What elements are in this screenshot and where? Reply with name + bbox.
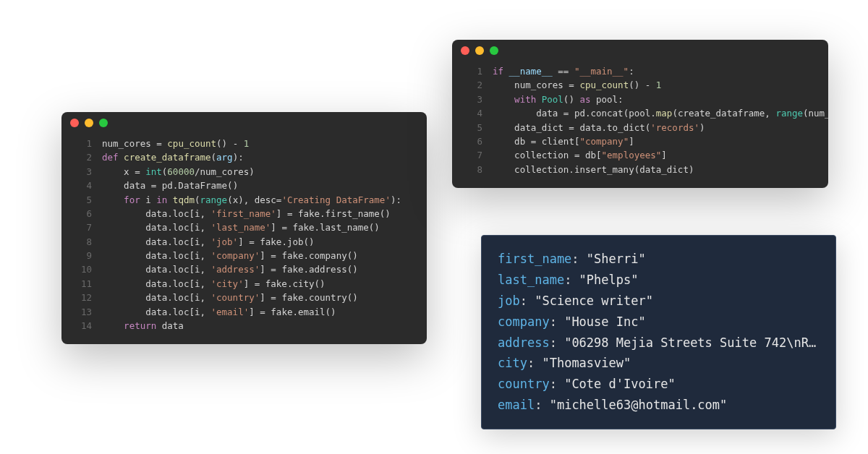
code-line: 3 with Pool() as pool: [464, 93, 817, 106]
line-number: 8 [464, 163, 482, 176]
code-body-left: 1num_cores = cpu_count() - 12def create_… [61, 134, 427, 344]
line-number: 5 [464, 121, 482, 134]
code-content: if __name__ == "__main__": [493, 64, 634, 78]
code-line: 8 collection.insert_many(data_dict) [464, 163, 817, 176]
line-number: 10 [73, 262, 92, 276]
line-number: 3 [73, 165, 92, 179]
record-row: country: "Cote d'Ivoire" [498, 374, 820, 395]
code-line: 8 data.loc[i, 'job'] = fake.job() [73, 235, 415, 249]
line-number: 4 [73, 179, 92, 192]
code-content: data.loc[i, 'address'] = fake.address() [102, 262, 358, 276]
record-row: email: "michelle63@hotmail.com" [498, 395, 820, 416]
traffic-light-close-icon [461, 46, 469, 55]
line-number: 7 [464, 148, 482, 162]
record-key: country [498, 377, 550, 391]
line-number: 2 [73, 150, 92, 164]
record-key: first_name [498, 252, 571, 266]
code-content: data = pd.DataFrame() [102, 179, 238, 192]
traffic-light-close-icon [70, 119, 79, 127]
code-line: 13 data.loc[i, 'email'] = fake.email() [73, 305, 415, 319]
code-content: x = int(60000/num_cores) [102, 165, 255, 179]
traffic-light-minimize-icon [85, 119, 93, 127]
record-key: job [498, 294, 520, 308]
code-line: 1if __name__ == "__main__": [464, 64, 817, 78]
code-line: 10 data.loc[i, 'address'] = fake.address… [73, 262, 415, 276]
line-number: 1 [73, 137, 92, 150]
code-line: 5 for i in tqdm(range(x), desc='Creating… [73, 193, 415, 207]
code-line: 7 collection = db["employees"] [464, 148, 817, 162]
code-body-right: 1if __name__ == "__main__":2 num_cores =… [452, 61, 828, 188]
code-line: 7 data.loc[i, 'last_name'] = fake.last_n… [73, 220, 415, 234]
code-line: 11 data.loc[i, 'city'] = fake.city() [73, 277, 415, 291]
code-content: return data [102, 319, 184, 333]
record-row: company: "House Inc" [498, 312, 820, 333]
code-line: 6 db = client["company"] [464, 134, 817, 148]
code-line: 4 data = pd.concat(pool.map(create_dataf… [464, 106, 817, 120]
code-content: data.loc[i, 'first_name'] = fake.first_n… [102, 207, 391, 220]
line-number: 5 [73, 193, 92, 207]
record-key: last_name [498, 273, 564, 287]
record-row: last_name: "Phelps" [498, 270, 820, 291]
code-content: num_cores = cpu_count() - 1 [493, 78, 661, 92]
line-number: 9 [73, 249, 92, 262]
code-content: with Pool() as pool: [493, 93, 624, 106]
record-panel: first_name: "Sherri"last_name: "Phelps"j… [481, 235, 836, 429]
line-number: 4 [464, 106, 482, 120]
record-value: "Phelps" [579, 273, 639, 287]
record-value: "Cote d'Ivoire" [564, 377, 676, 391]
code-content: data.loc[i, 'company'] = fake.company() [102, 249, 358, 262]
traffic-light-minimize-icon [475, 46, 484, 55]
traffic-light-zoom-icon [490, 46, 498, 55]
line-number: 2 [464, 78, 482, 92]
code-content: data = pd.concat(pool.map(create_datafra… [493, 106, 828, 120]
record-value: "06298 Mejia Streets Suite 742\nRo… [564, 335, 820, 350]
record-key: email [498, 398, 535, 412]
code-line: 4 data = pd.DataFrame() [73, 179, 415, 192]
record-row: first_name: "Sherri" [498, 249, 820, 270]
code-content: db = client["company"] [493, 134, 634, 148]
code-window-left: 1num_cores = cpu_count() - 12def create_… [61, 112, 427, 344]
line-number: 12 [73, 291, 92, 304]
code-content: data.loc[i, 'email'] = fake.email() [102, 305, 336, 319]
code-line: 5 data_dict = data.to_dict('records') [464, 121, 817, 134]
line-number: 8 [73, 235, 92, 249]
code-content: data_dict = data.to_dict('records') [493, 121, 705, 134]
line-number: 3 [464, 93, 482, 106]
code-content: data.loc[i, 'country'] = fake.country() [102, 291, 358, 304]
line-number: 13 [73, 305, 92, 319]
line-number: 14 [73, 319, 92, 333]
code-content: collection = db["employees"] [493, 148, 667, 162]
code-line: 14 return data [73, 319, 415, 333]
record-row: city: "Thomasview" [498, 353, 820, 374]
traffic-light-zoom-icon [99, 119, 108, 127]
line-number: 1 [464, 64, 482, 78]
code-content: data.loc[i, 'city'] = fake.city() [102, 277, 326, 291]
record-value: "Sherri" [587, 252, 646, 266]
window-titlebar [452, 40, 828, 61]
code-line: 1num_cores = cpu_count() - 1 [73, 137, 415, 150]
record-value: "Science writer" [535, 294, 653, 308]
line-number: 7 [73, 220, 92, 234]
code-window-right: 1if __name__ == "__main__":2 num_cores =… [452, 40, 828, 188]
code-line: 9 data.loc[i, 'company'] = fake.company(… [73, 249, 415, 262]
record-key: address [498, 335, 550, 350]
code-line: 2def create_dataframe(arg): [73, 150, 415, 164]
record-value: "Thomasview" [542, 356, 631, 370]
code-content: data.loc[i, 'last_name'] = fake.last_nam… [102, 220, 380, 234]
code-line: 12 data.loc[i, 'country'] = fake.country… [73, 291, 415, 304]
code-content: num_cores = cpu_count() - 1 [102, 137, 249, 150]
window-titlebar [61, 112, 427, 134]
code-content: collection.insert_many(data_dict) [493, 163, 694, 176]
code-content: def create_dataframe(arg): [102, 150, 244, 164]
record-key: company [498, 314, 550, 329]
code-line: 6 data.loc[i, 'first_name'] = fake.first… [73, 207, 415, 220]
record-row: job: "Science writer" [498, 291, 820, 312]
line-number: 6 [73, 207, 92, 220]
record-row: address: "06298 Mejia Streets Suite 742\… [498, 333, 820, 354]
record-value: "House Inc" [564, 314, 646, 329]
record-value: "michelle63@hotmail.com" [550, 398, 728, 412]
code-line: 3 x = int(60000/num_cores) [73, 165, 415, 179]
code-line: 2 num_cores = cpu_count() - 1 [464, 78, 817, 92]
line-number: 11 [73, 277, 92, 291]
line-number: 6 [464, 134, 482, 148]
